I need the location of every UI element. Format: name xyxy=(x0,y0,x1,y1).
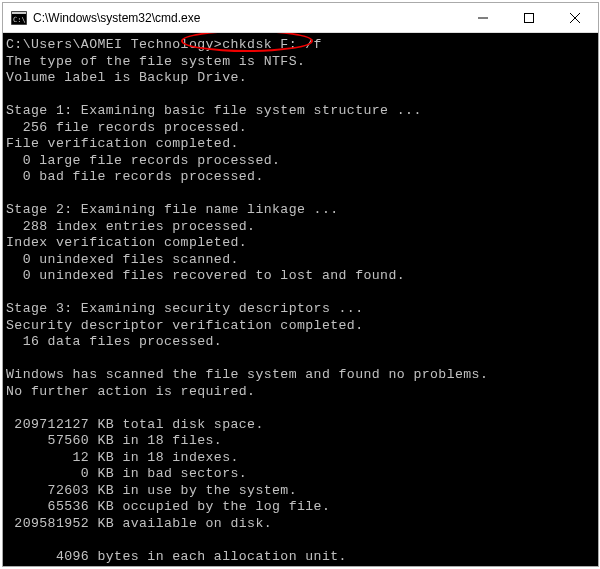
output-line: 288 index entries processed. xyxy=(6,219,595,236)
output-line xyxy=(6,351,595,368)
output-line: 209712127 KB total disk space. xyxy=(6,417,595,434)
output-line: 52428031 total allocation units on disk. xyxy=(6,565,595,566)
svg-rect-4 xyxy=(525,13,534,22)
output-line: Volume label is Backup Drive. xyxy=(6,70,595,87)
prompt: C:\Users\AOMEI Technology> xyxy=(6,37,222,52)
terminal-output[interactable]: C:\Users\AOMEI Technology>chkdsk F: /f T… xyxy=(3,33,598,566)
output-line xyxy=(6,532,595,549)
output-line xyxy=(6,400,595,417)
output-line: 65536 KB occupied by the log file. xyxy=(6,499,595,516)
output-line: The type of the file system is NTFS. xyxy=(6,54,595,71)
prompt-line: C:\Users\AOMEI Technology>chkdsk F: /f xyxy=(6,37,595,54)
svg-text:C:\: C:\ xyxy=(13,16,26,24)
output-line: 256 file records processed. xyxy=(6,120,595,137)
output-line: 209581952 KB available on disk. xyxy=(6,516,595,533)
output-line: 16 data files processed. xyxy=(6,334,595,351)
titlebar-controls xyxy=(460,3,598,33)
output-line xyxy=(6,87,595,104)
output-line: 57560 KB in 18 files. xyxy=(6,433,595,450)
output-line: Stage 1: Examining basic file system str… xyxy=(6,103,595,120)
output-line: File verification completed. xyxy=(6,136,595,153)
minimize-button[interactable] xyxy=(460,3,506,33)
output-line: Stage 3: Examining security descriptors … xyxy=(6,301,595,318)
command: chkdsk F: /f xyxy=(222,37,322,52)
output-line: No further action is required. xyxy=(6,384,595,401)
output-line: 0 large file records processed. xyxy=(6,153,595,170)
output-line: 4096 bytes in each allocation unit. xyxy=(6,549,595,566)
output-line xyxy=(6,285,595,302)
cmd-window: C:\ C:\Windows\system32\cmd.exe C:\Users… xyxy=(2,2,599,567)
svg-rect-1 xyxy=(12,12,26,14)
output-line: Stage 2: Examining file name linkage ... xyxy=(6,202,595,219)
titlebar[interactable]: C:\ C:\Windows\system32\cmd.exe xyxy=(3,3,598,33)
output-line: 0 unindexed files recovered to lost and … xyxy=(6,268,595,285)
window-title: C:\Windows\system32\cmd.exe xyxy=(33,11,460,25)
output-line: Windows has scanned the file system and … xyxy=(6,367,595,384)
output-line: 0 bad file records processed. xyxy=(6,169,595,186)
close-button[interactable] xyxy=(552,3,598,33)
output-line: Security descriptor verification complet… xyxy=(6,318,595,335)
output-line: 0 KB in bad sectors. xyxy=(6,466,595,483)
maximize-button[interactable] xyxy=(506,3,552,33)
output-line: 0 unindexed files scanned. xyxy=(6,252,595,269)
output-line: 72603 KB in use by the system. xyxy=(6,483,595,500)
output-line xyxy=(6,186,595,203)
output-line: 12 KB in 18 indexes. xyxy=(6,450,595,467)
cmd-icon: C:\ xyxy=(11,11,27,25)
output-line: Index verification completed. xyxy=(6,235,595,252)
